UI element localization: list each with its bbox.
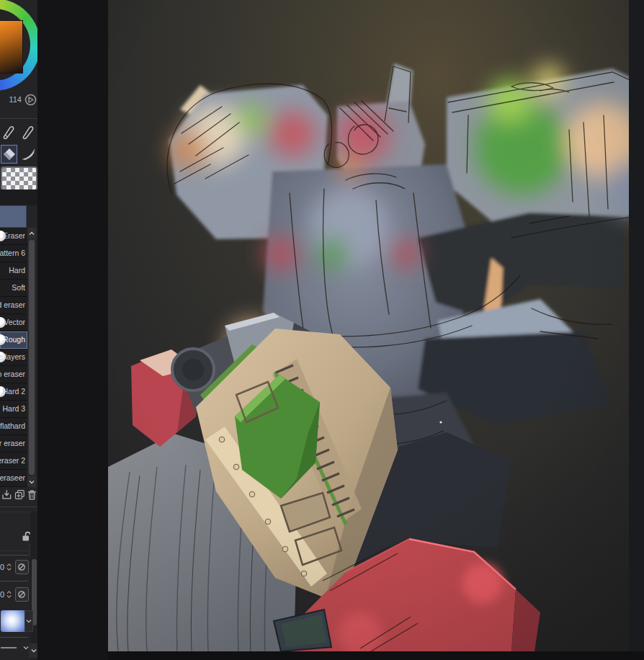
- list-item[interactable]: Eraser: [0, 228, 27, 245]
- list-item[interactable]: Hard: [0, 262, 27, 280]
- list-item-label: o eraser: [0, 370, 25, 378]
- divider: [0, 118, 37, 119]
- list-item-label: Hard 2: [2, 387, 25, 396]
- eraser-pen-alt-icon[interactable]: [20, 122, 37, 141]
- list-item[interactable]: eraseer: [0, 470, 27, 487]
- color-wheel-panel: 114: [0, 0, 37, 117]
- list-item[interactable]: eraser 2: [0, 452, 27, 470]
- list-item[interactable]: Vector: [0, 314, 27, 331]
- list-item-label: flathard: [0, 422, 25, 430]
- eraser-tool-grid: [1, 122, 37, 164]
- list-item-label: attern 6: [0, 249, 25, 257]
- list-item-label: e layers: [0, 352, 25, 361]
- gradient-swatch[interactable]: [1, 610, 24, 632]
- list-item-label: eraseer: [0, 473, 25, 482]
- none-circle-slash-icon[interactable]: [15, 587, 29, 602]
- app-window: { "color_panel": { "brush_size": "114", …: [0, 0, 644, 660]
- divider: [0, 507, 37, 507]
- list-item[interactable]: d eraser: [0, 297, 27, 314]
- list-item[interactable]: Soft: [0, 280, 27, 297]
- opacity-value: 0: [0, 590, 5, 599]
- scrollbar-track: [30, 512, 37, 544]
- none-line-icon: [1, 647, 17, 648]
- list-item[interactable]: attern 6: [0, 245, 27, 262]
- save-subtool-icon[interactable]: [1, 489, 12, 501]
- scrollbar-thumb[interactable]: [29, 240, 35, 475]
- canvas-artwork[interactable]: [108, 0, 629, 651]
- opacity-row: 0: [0, 585, 29, 604]
- list-item[interactable]: Hard 2: [0, 383, 27, 401]
- list-item[interactable]: Rough: [0, 331, 27, 349]
- spinner-icon[interactable]: [6, 589, 12, 600]
- blend-curve-icon[interactable]: [20, 145, 37, 164]
- left-tool-panel: 114: [0, 0, 37, 660]
- window-background: [108, 651, 644, 660]
- list-item-label: Rough: [3, 335, 25, 344]
- eraser-pen-icon[interactable]: [1, 122, 17, 141]
- divider: [0, 555, 28, 556]
- divider: [0, 637, 28, 638]
- gradient-dropdown-chevron-icon[interactable]: [24, 610, 33, 632]
- divider: [0, 581, 28, 581]
- color-square-icon[interactable]: [0, 20, 23, 73]
- list-item-label: r eraser: [0, 439, 25, 447]
- brush-size-value: 114: [0, 95, 22, 104]
- none-circle-slash-icon[interactable]: [15, 560, 29, 574]
- list-scrollbar[interactable]: [27, 228, 36, 487]
- scroll-up-icon[interactable]: [27, 228, 36, 238]
- subtool-actions: [0, 489, 37, 504]
- opacity-row: 0: [0, 558, 29, 576]
- list-item-label: eraser 2: [0, 456, 25, 465]
- scroll-down-icon[interactable]: [27, 476, 36, 487]
- list-item-label: Hard: [9, 266, 25, 275]
- list-item[interactable]: flathard: [0, 418, 27, 435]
- list-item-label: Soft: [12, 283, 25, 292]
- eraser-block-icon[interactable]: [1, 145, 17, 164]
- list-item-label: d eraser: [0, 300, 25, 309]
- window-background: [629, 0, 644, 660]
- brush-size-row: 114: [0, 94, 37, 108]
- duplicate-subtool-icon[interactable]: [14, 489, 25, 501]
- list-item[interactable]: r eraser: [0, 435, 27, 452]
- list-item-label: Hard 3: [2, 404, 25, 413]
- list-item[interactable]: o eraser: [0, 366, 27, 383]
- panel-gap: [0, 189, 37, 205]
- delete-subtool-icon[interactable]: [27, 489, 37, 501]
- robot-painting: [108, 0, 629, 651]
- subtool-group-swatch[interactable]: [0, 205, 27, 228]
- spinner-icon[interactable]: [6, 561, 12, 573]
- scroll-down-icon[interactable]: [29, 643, 37, 658]
- stroke-preview-icon[interactable]: [24, 94, 37, 106]
- transparency-checker-icon[interactable]: [1, 166, 37, 191]
- list-item[interactable]: e layers: [0, 349, 27, 366]
- layer-panel: 0 0: [0, 504, 37, 660]
- list-item[interactable]: Hard 3: [0, 401, 27, 418]
- list-item-label: Vector: [4, 318, 25, 326]
- list-item-label: Eraser: [3, 231, 25, 240]
- subtool-list: Eraser attern 6 Hard Soft d eraser Vecto…: [0, 228, 27, 487]
- blend-mode-field[interactable]: [1, 642, 21, 654]
- opacity-value: 0: [0, 563, 5, 571]
